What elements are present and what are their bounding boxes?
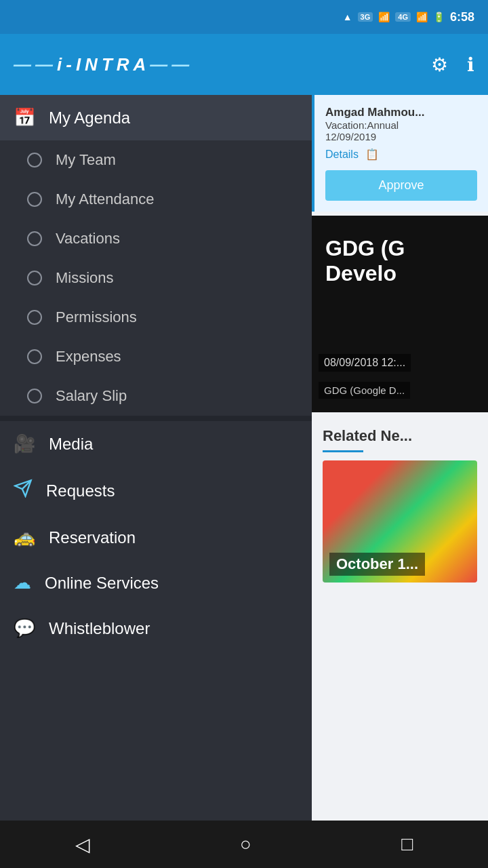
sidebar-item-expenses[interactable]: Expenses [0, 337, 312, 376]
clipboard-icon: 📋 [365, 148, 379, 161]
radio-missions [27, 271, 42, 285]
event-date: 08/09/2018 12:... [319, 354, 411, 372]
whistleblower-icon: 💬 [14, 618, 35, 639]
battery-icon: 🔋 [433, 12, 445, 22]
sidebar-item-media[interactable]: 🎥 Media [0, 421, 312, 467]
sidebar-salary-slip-label: Salary Slip [56, 387, 127, 405]
sidebar-item-requests[interactable]: Requests [0, 467, 312, 515]
sidebar-item-my-attendance[interactable]: My Attendance [0, 180, 312, 219]
nav-divider-1 [0, 416, 312, 421]
app-logo: ——i-INTRA—— [14, 54, 193, 75]
sidebar-agenda-label: My Agenda [49, 108, 130, 127]
sidebar-item-my-agenda[interactable]: 📅 My Agenda [0, 95, 312, 140]
sidebar-item-permissions[interactable]: Permissions [0, 298, 312, 337]
related-underline [323, 450, 363, 452]
event-title-line2: Develo [325, 261, 405, 286]
event-card-bg: GDG (G Develo 08/09/2018 12:... GDG (Goo… [312, 216, 488, 412]
approval-card: Amgad Mahmou... Vacation:Annual 12/09/20… [312, 95, 488, 212]
sidebar-media-label: Media [49, 435, 93, 454]
home-button[interactable]: ○ [240, 833, 251, 855]
media-icon: 🎥 [14, 433, 35, 454]
related-news-title: Related Ne... [323, 427, 477, 445]
info-icon[interactable]: ℹ [467, 54, 474, 76]
content-pane: Amgad Mahmou... Vacation:Annual 12/09/20… [312, 95, 488, 821]
sidebar-my-team-label: My Team [56, 151, 116, 169]
details-link[interactable]: Details [325, 149, 359, 161]
sidebar-requests-label: Requests [46, 481, 115, 500]
related-news-section: Related Ne... October 1... [312, 416, 488, 593]
status-bar: ▲ 3G 📶 4G 📶 🔋 6:58 [0, 0, 488, 34]
sidebar-item-online-services[interactable]: ☁ Online Services [0, 560, 312, 606]
wifi-icon: ▲ [343, 12, 352, 22]
sidebar-missions-label: Missions [56, 269, 114, 287]
approval-date: 12/09/2019 [325, 131, 477, 142]
related-news-card[interactable]: October 1... [323, 460, 477, 583]
related-card-inner: October 1... [323, 460, 477, 583]
sidebar-item-salary-slip[interactable]: Salary Slip [0, 376, 312, 416]
sidebar-reservation-label: Reservation [49, 528, 136, 547]
recent-button[interactable]: □ [401, 833, 413, 855]
approval-action-row: Details 📋 [325, 148, 477, 161]
signal1-icon: 📶 [378, 12, 390, 22]
sidebar-vacations-label: Vacations [56, 230, 120, 248]
header-icons: ⚙ ℹ [431, 54, 474, 76]
status-icons: ▲ 3G 📶 4G 📶 🔋 6:58 [343, 10, 474, 24]
event-desc: GDG (Google D... [319, 382, 410, 399]
4g-badge: 4G [395, 12, 411, 22]
related-card-label: October 1... [329, 553, 425, 576]
sidebar-item-whistleblower[interactable]: 💬 Whistleblower [0, 606, 312, 651]
radio-vacations [27, 231, 42, 246]
back-button[interactable]: ◁ [75, 833, 90, 856]
event-card[interactable]: GDG (G Develo 08/09/2018 12:... GDG (Goo… [312, 216, 488, 412]
event-title: GDG (G Develo [312, 222, 418, 300]
radio-permissions [27, 310, 42, 325]
sidebar-item-vacations[interactable]: Vacations [0, 219, 312, 258]
sidebar-item-missions[interactable]: Missions [0, 258, 312, 298]
3g-badge: 3G [358, 12, 373, 22]
radio-expenses [27, 349, 42, 364]
sidebar-item-reservation[interactable]: 🚕 Reservation [0, 515, 312, 560]
signal2-icon: 📶 [416, 12, 428, 22]
radio-salary-slip [27, 389, 42, 403]
approval-name: Amgad Mahmou... [325, 106, 477, 119]
reservation-icon: 🚕 [14, 527, 35, 548]
sidebar-permissions-label: Permissions [56, 309, 137, 326]
event-title-line1: GDG (G [325, 236, 405, 261]
approval-type: Vacation:Annual [325, 119, 477, 131]
agenda-icon: 📅 [14, 107, 35, 128]
online-services-icon: ☁ [14, 572, 31, 593]
sidebar: 📅 My Agenda My Team My Attendance Vacati… [0, 95, 312, 821]
radio-my-attendance [27, 192, 42, 207]
sidebar-expenses-label: Expenses [56, 348, 121, 366]
radio-my-team [27, 153, 42, 167]
settings-icon[interactable]: ⚙ [431, 54, 448, 76]
sidebar-whistleblower-label: Whistleblower [49, 619, 150, 638]
requests-icon [14, 479, 33, 502]
sidebar-item-my-team[interactable]: My Team [0, 140, 312, 180]
main-layout: 📅 My Agenda My Team My Attendance Vacati… [0, 95, 488, 821]
sidebar-online-services-label: Online Services [45, 574, 159, 593]
status-time: 6:58 [450, 10, 474, 24]
approve-button[interactable]: Approve [325, 170, 477, 201]
sidebar-my-attendance-label: My Attendance [56, 191, 155, 208]
app-header: ——i-INTRA—— ⚙ ℹ [0, 34, 488, 95]
bottom-bar: ◁ ○ □ [0, 821, 488, 868]
